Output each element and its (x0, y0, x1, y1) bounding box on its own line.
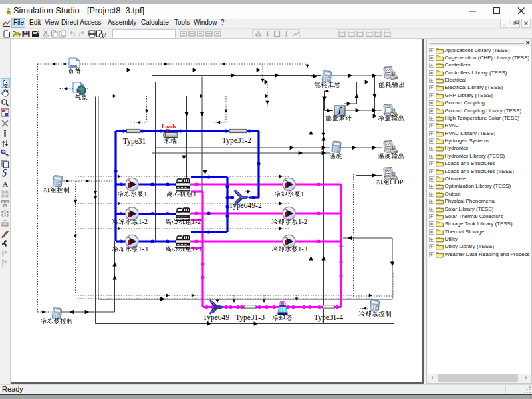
svg-text:1-2: 1-2 (298, 218, 307, 225)
svg-text:Type31-3: Type31-3 (235, 313, 265, 322)
svg-text:1: 1 (144, 190, 147, 198)
svg-text:Loads: Loads (162, 124, 177, 130)
svg-text:A: A (2, 180, 8, 188)
svg-text:Type649-2: Type649-2 (229, 201, 262, 210)
svg-text:1-3: 1-3 (138, 245, 148, 253)
svg-text:COP: COP (390, 178, 404, 186)
svg-text:1: 1 (301, 190, 304, 198)
svg-text:1: 1 (193, 190, 196, 198)
svg-text:1-3: 1-3 (298, 245, 307, 253)
svg-text:Type31-4: Type31-4 (314, 313, 343, 322)
svg-text:?: ? (103, 31, 107, 39)
svg-text:Type31-2: Type31-2 (222, 136, 251, 145)
svg-text:1-2: 1-2 (138, 218, 148, 225)
svg-text:Type649: Type649 (203, 313, 229, 322)
svg-text:Type31: Type31 (123, 137, 146, 146)
svg-text:1-2: 1-2 (192, 218, 201, 225)
svg-text:1-3: 1-3 (192, 245, 201, 253)
svg-text:USER: USER (70, 65, 78, 68)
